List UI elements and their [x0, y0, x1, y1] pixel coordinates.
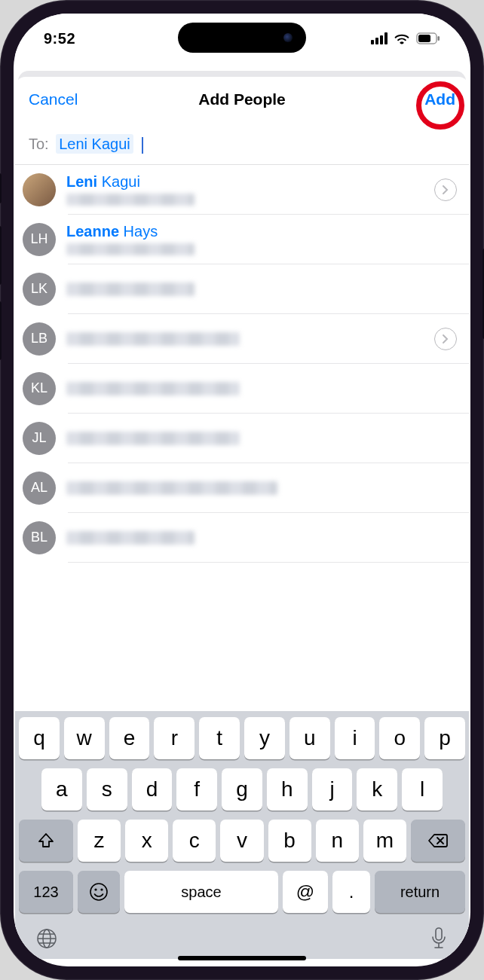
- silent-switch[interactable]: [0, 173, 2, 203]
- contact-name-redacted: [66, 432, 240, 445]
- key-i[interactable]: i: [335, 717, 375, 759]
- status-bar: 9:52: [14, 14, 470, 56]
- key-u[interactable]: u: [289, 717, 330, 759]
- add-people-sheet: Cancel Add People Add To: Leni Kagui Len…: [15, 77, 469, 959]
- key-n[interactable]: n: [316, 820, 359, 862]
- nav-bar: Cancel Add People Add: [15, 77, 469, 119]
- contact-phone-redacted: [66, 194, 195, 206]
- contact-row[interactable]: KL: [15, 364, 469, 414]
- contact-avatar-initials: LK: [23, 273, 56, 306]
- contact-name-redacted: [66, 531, 195, 545]
- return-key[interactable]: return: [375, 871, 465, 913]
- contact-info: [66, 531, 457, 545]
- contact-row[interactable]: Leni Kagui: [15, 165, 469, 215]
- emoji-key[interactable]: [78, 871, 120, 913]
- key-p[interactable]: p: [424, 717, 465, 759]
- contact-info: [66, 282, 457, 296]
- contact-avatar-initials: BL: [23, 521, 56, 554]
- keyboard: qwertyuiop asdfghjkl zxcvbnm 123: [15, 711, 469, 959]
- key-y[interactable]: y: [244, 717, 285, 759]
- status-icons: [371, 32, 440, 44]
- contact-info: [66, 481, 457, 495]
- contact-name: Leanne Hays: [66, 223, 457, 240]
- wifi-icon: [394, 32, 410, 44]
- cellular-icon: [371, 32, 388, 44]
- contact-avatar-initials: JL: [23, 422, 56, 455]
- contact-row[interactable]: JL: [15, 414, 469, 463]
- key-c[interactable]: c: [173, 820, 216, 862]
- contact-name: Leni Kagui: [66, 173, 434, 191]
- period-key[interactable]: .: [332, 871, 370, 913]
- text-cursor: [142, 137, 143, 154]
- contact-avatar-photo: [23, 173, 56, 206]
- key-g[interactable]: g: [222, 768, 262, 811]
- key-b[interactable]: b: [268, 820, 311, 862]
- contact-row[interactable]: BL: [15, 513, 469, 563]
- key-z[interactable]: z: [78, 820, 121, 862]
- detail-chevron-icon[interactable]: [434, 179, 457, 201]
- status-time: 9:52: [44, 30, 75, 47]
- backspace-key[interactable]: [411, 820, 465, 862]
- contact-avatar-initials: KL: [23, 372, 56, 405]
- home-indicator[interactable]: [178, 956, 306, 960]
- key-o[interactable]: o: [379, 717, 420, 759]
- contact-name-redacted: [66, 481, 277, 495]
- key-f[interactable]: f: [176, 768, 217, 811]
- key-x[interactable]: x: [125, 820, 168, 862]
- space-key[interactable]: space: [124, 871, 278, 913]
- shift-key[interactable]: [19, 820, 73, 862]
- dictation-key[interactable]: [429, 927, 449, 953]
- contact-name-redacted: [66, 332, 240, 346]
- contact-list[interactable]: Leni KaguiLHLeanne HaysLKLBKLJLALBL: [15, 165, 469, 711]
- contact-avatar-initials: AL: [23, 472, 56, 505]
- key-j[interactable]: j: [312, 768, 353, 811]
- contact-info: Leni Kagui: [66, 173, 434, 206]
- contact-row[interactable]: LB: [15, 314, 469, 364]
- battery-icon: [416, 32, 440, 44]
- key-w[interactable]: w: [64, 717, 105, 759]
- screen: 9:52 Cancel Add People Add: [14, 14, 470, 966]
- recipient-chip[interactable]: Leni Kagui: [56, 134, 133, 154]
- contact-avatar-initials: LB: [23, 322, 56, 356]
- key-t[interactable]: t: [199, 717, 240, 759]
- key-s[interactable]: s: [87, 768, 127, 811]
- volume-up-button[interactable]: [0, 226, 2, 285]
- to-label: To:: [29, 136, 49, 152]
- add-button[interactable]: Add: [424, 90, 455, 108]
- globe-key[interactable]: [35, 927, 58, 953]
- key-h[interactable]: h: [267, 768, 308, 811]
- device-frame: 9:52 Cancel Add People Add: [0, 0, 484, 980]
- svg-rect-1: [418, 35, 430, 42]
- key-v[interactable]: v: [220, 820, 263, 862]
- numbers-key[interactable]: 123: [19, 871, 73, 913]
- contact-info: [66, 332, 434, 346]
- dynamic-island: [178, 23, 306, 53]
- contact-phone-redacted: [66, 243, 195, 255]
- key-l[interactable]: l: [402, 768, 443, 811]
- svg-rect-2: [438, 36, 440, 41]
- contact-info: Leanne Hays: [66, 223, 457, 255]
- key-r[interactable]: r: [154, 717, 195, 759]
- to-field[interactable]: To: Leni Kagui: [15, 119, 469, 165]
- key-a[interactable]: a: [41, 768, 82, 811]
- svg-point-4: [94, 888, 96, 890]
- cancel-button[interactable]: Cancel: [29, 90, 78, 108]
- key-d[interactable]: d: [132, 768, 173, 811]
- contact-info: [66, 382, 457, 395]
- detail-chevron-icon[interactable]: [434, 328, 457, 350]
- key-e[interactable]: e: [109, 717, 150, 759]
- key-k[interactable]: k: [357, 768, 397, 811]
- svg-point-5: [100, 888, 103, 890]
- at-key[interactable]: @: [283, 871, 328, 913]
- contact-name-redacted: [66, 382, 240, 395]
- volume-down-button[interactable]: [0, 301, 2, 360]
- key-q[interactable]: q: [19, 717, 60, 759]
- contact-row[interactable]: AL: [15, 463, 469, 513]
- contact-info: [66, 432, 457, 445]
- contact-row[interactable]: LK: [15, 264, 469, 314]
- svg-point-3: [90, 884, 107, 900]
- contact-avatar-initials: LH: [23, 223, 56, 256]
- contact-row[interactable]: LHLeanne Hays: [15, 215, 469, 264]
- key-m[interactable]: m: [363, 820, 406, 862]
- page-title: Add People: [198, 90, 286, 108]
